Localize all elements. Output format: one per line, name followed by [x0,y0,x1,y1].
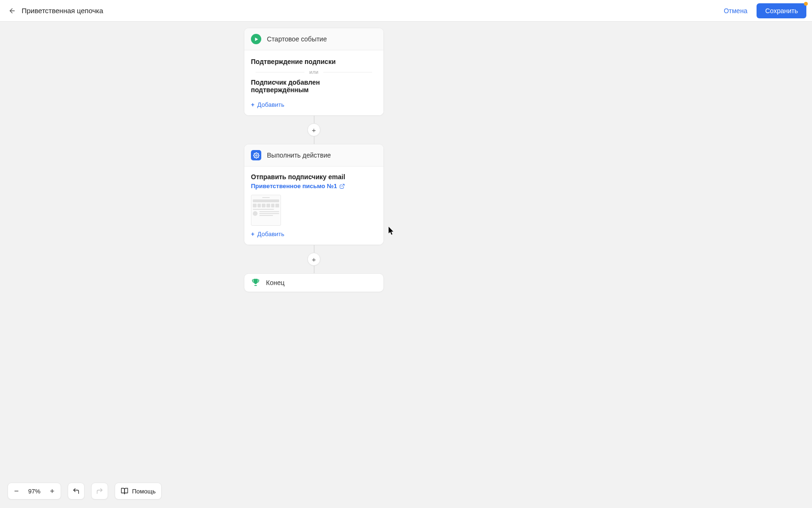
action-email-link[interactable]: Приветственное письмо №1 [251,183,345,190]
start-event-title: Стартовое событие [267,35,327,43]
action-title: Выполнить действие [267,151,331,159]
action-add-label: Добавить [258,230,284,238]
undo-button[interactable] [68,483,84,500]
zoom-in-button[interactable] [44,483,61,500]
svg-line-3 [342,184,344,187]
undo-group [68,483,85,500]
back-button[interactable] [6,4,19,17]
arrow-left-icon [8,7,16,15]
gear-icon [251,150,261,160]
insert-node-button-2[interactable]: + [307,253,320,266]
insert-node-button-1[interactable]: + [307,123,320,136]
save-button-label: Сохранить [765,7,798,15]
end-card[interactable]: Конец [244,273,384,292]
redo-button[interactable] [92,483,108,500]
start-event-1[interactable]: Подтверждение подписки [251,55,377,68]
svg-point-2 [255,154,257,156]
book-icon [121,487,128,495]
trophy-icon [251,278,260,287]
email-preview-thumbnail[interactable] [251,195,281,226]
action-name: Отправить подписчику email [251,171,377,181]
plus-icon [49,488,55,494]
action-add-button[interactable]: + Добавить [251,230,284,238]
bottom-toolbar: 97% Помощ [8,483,162,500]
action-header: Выполнить действие [244,144,383,167]
undo-icon [72,487,80,495]
redo-icon [96,487,103,495]
topbar: Приветственная цепочка Отмена Сохранить [0,0,812,22]
minus-icon [13,488,20,494]
start-event-card[interactable]: Стартовое событие Подтверждение подписки… [244,28,384,116]
save-button[interactable]: Сохранить [757,3,806,18]
page-title: Приветственная цепочка [22,7,103,15]
connector-1: + [244,116,384,144]
zoom-value: 97% [25,488,44,495]
cursor-icon [389,227,394,235]
plus-icon: + [312,126,316,134]
redo-group [91,483,108,500]
flow-canvas[interactable]: Стартовое событие Подтверждение подписки… [0,22,812,508]
zoom-out-button[interactable] [8,483,25,500]
external-link-icon [339,183,345,189]
zoom-group: 97% [8,483,61,500]
action-card[interactable]: Выполнить действие Отправить подписчику … [244,144,384,245]
play-icon [251,34,261,44]
plus-icon: + [251,230,255,238]
plus-icon: + [251,101,255,108]
unsaved-dot-icon [804,2,808,6]
plus-icon: + [312,255,316,263]
svg-marker-1 [255,37,258,40]
start-event-header: Стартовое событие [244,28,383,50]
end-title: Конец [266,279,284,286]
start-event-2[interactable]: Подписчик добавлен подтверждённым [251,76,377,96]
start-add-event-button[interactable]: + Добавить [251,101,284,108]
cancel-button[interactable]: Отмена [717,3,754,18]
action-email-link-text: Приветственное письмо №1 [251,183,337,190]
help-label: Помощь [132,488,156,495]
start-add-event-label: Добавить [258,101,284,108]
help-button[interactable]: Помощь [115,483,162,500]
or-separator: или [251,69,377,75]
connector-2: + [244,245,384,273]
